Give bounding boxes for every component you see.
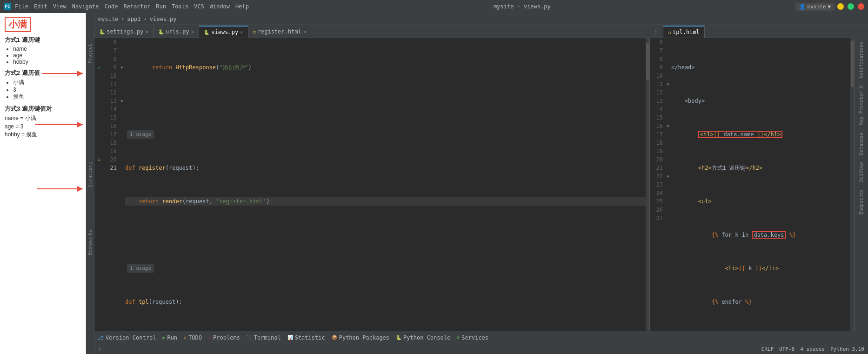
rcode-6: </head> [671,63,850,72]
code-line-6: return HttpResponse("添加用户") [125,63,646,72]
menu-run[interactable]: Run [156,3,166,10]
package-icon: 📦 [332,335,337,340]
python-packages-btn[interactable]: 📦 Python Packages [332,334,389,341]
section1-list: name age hobby [5,46,81,65]
menu-navigate[interactable]: Navigate [72,3,99,10]
right-code-content: </head> <body> <h1>{{ data.name }}</h1> [671,38,850,331]
code-content[interactable]: return HttpResponse("添加用户") 1 usage def … [125,38,646,331]
problems-btn[interactable]: ⚠ Problems [208,334,240,341]
python-packages-label: Python Packages [339,334,389,341]
menu-bar: File Edit View Navigate Code Refactor Ru… [15,3,249,10]
close-icon[interactable]: × [303,29,307,35]
terminal-icon: ⬛ [247,335,252,340]
editor-area: mysite › app1 › views.py 🐍 settings.py ×… [94,13,868,354]
python-console-btn[interactable]: 🐍 Python Console [396,334,450,341]
tab-views-py[interactable]: 🐍 views.py × [199,26,248,38]
close-icon[interactable]: × [240,29,243,35]
tab-settings-py[interactable]: 🐍 settings.py × [94,26,154,38]
status-encoding[interactable]: UTF-8 [779,346,795,352]
maximize-btn[interactable]: □ [848,3,854,10]
notifications-tab[interactable]: Notifications [858,39,865,81]
gutter-checks: ✓ ◻ [94,38,104,331]
tab-label: urls.py [166,28,189,35]
menu-tools[interactable]: Tools [172,3,188,10]
menu-file[interactable]: File [15,3,28,10]
version-control-label: Version Control [106,334,156,341]
vscrollbar-right[interactable] [850,38,854,331]
breadcrumb-mysite[interactable]: mysite [98,16,118,22]
list-item: 3 [13,87,81,93]
status-python-version[interactable]: Python 3.10 [830,346,864,352]
tab-options-icon[interactable]: ⋮ [649,26,663,38]
python-console-icon: 🐍 [396,335,401,340]
left-editor[interactable]: ✓ ◻ 6 7 8 9 10 11 12 13 [94,38,649,331]
titlebar: PC File Edit View Navigate Code Refactor… [0,0,868,13]
section2-list: 小满 3 摸鱼 [5,79,81,101]
statistic-btn[interactable]: 📊 Statistic [287,334,325,341]
breadcrumb-file[interactable]: views.py [150,16,177,22]
terminal-btn[interactable]: ⬛ Terminal [247,334,281,341]
status-up-icon: ⬆ [98,346,101,352]
minimize-btn[interactable]: − [837,3,844,10]
list-item: name [13,46,81,52]
right-editor[interactable]: 6 7 8 9 10 11 12 13 14 15 16 17 18 19 [649,38,854,331]
breadcrumb-app1[interactable]: app1 [127,16,141,22]
menu-view[interactable]: View [53,3,67,10]
menu-help[interactable]: Help [235,3,249,10]
services-btn[interactable]: ⚙ Services [457,334,488,341]
status-indent[interactable]: 4 spaces [800,346,825,352]
tab-urls-py[interactable]: 🐍 urls.py × [154,26,199,38]
bottom-toolbar: ⎇ Version Control ▶ Run ✓ TODO ⚠ Problem… [94,331,868,344]
code-line-12-usage: 1 usage [125,264,646,273]
scrollbar-thumb[interactable] [646,43,649,80]
bookmarks-tab[interactable]: Bookmarks [87,227,93,258]
profile-selector[interactable]: 👤 mysite ▼ [795,3,835,11]
close-btn[interactable]: × [858,3,864,10]
html-icon: ◻ [253,29,256,34]
version-control-btn[interactable]: ⎇ Version Control [97,334,156,341]
fold-gutter: ▼ ▼ [119,38,125,331]
services-label: Services [461,334,488,341]
tab-tpl-html[interactable]: ◻ tpl.html [663,26,705,38]
rcode-9: <h2>方式1 遍历键</h2> [671,164,850,172]
kv-item: hobby = 摸鱼 [5,131,81,139]
todo-icon: ✓ [184,335,187,340]
close-icon[interactable]: × [191,29,194,35]
list-item: hobby [13,59,81,65]
editors-row: ✓ ◻ 6 7 8 9 10 11 12 13 [94,38,868,331]
endpoints-tab[interactable]: Endpoints [858,187,865,217]
menu-refactor[interactable]: Refactor [123,3,150,10]
database-tab[interactable]: Database [858,130,865,158]
sciview-tab[interactable]: SciView [858,160,865,185]
code-line-9: def register(request): [125,164,646,172]
scrollbar-thumb-right[interactable] [851,40,854,87]
section3-title: 方式3 遍历键值对 [5,105,81,113]
todo-label: TODO [188,334,202,341]
window-title: mysite - views.py [494,3,551,10]
structure-tab[interactable]: Structure [87,159,93,190]
menu-code[interactable]: Code [105,3,118,10]
rcode-7: <body> [671,97,850,105]
run-btn[interactable]: ▶ Run [162,334,177,341]
menu-window[interactable]: Window [210,3,230,10]
tab-label: tpl.html [673,29,700,35]
vscrollbar-left[interactable] [646,38,649,331]
statistic-icon: 📊 [287,335,293,340]
problems-icon: ⚠ [208,335,211,340]
rcode-13: {% endfor %} [671,298,850,306]
services-icon: ⚙ [457,335,460,340]
code-line-10: return render(request, 'register.html') [125,197,646,206]
key-promoter-tab[interactable]: Key Promoter X [858,83,865,127]
status-crlf[interactable]: CRLF [761,346,774,352]
menu-edit[interactable]: Edit [34,3,47,10]
html-icon: ◻ [668,30,671,35]
tab-register-html[interactable]: ◻ register.html × [248,26,312,38]
code-line-11 [125,231,646,239]
todo-btn[interactable]: ✓ TODO [184,334,202,341]
preview-panel: 小满 方式1 遍历键 name age hobby 方式2 遍历值 小满 3 摸… [0,13,86,354]
close-icon[interactable]: × [145,29,148,35]
project-tab[interactable]: Project [87,41,93,66]
menu-vcs[interactable]: VCS [194,3,204,10]
rcode-10: <ul> [671,197,850,206]
code-line-13: def tpl(request): [125,298,646,306]
